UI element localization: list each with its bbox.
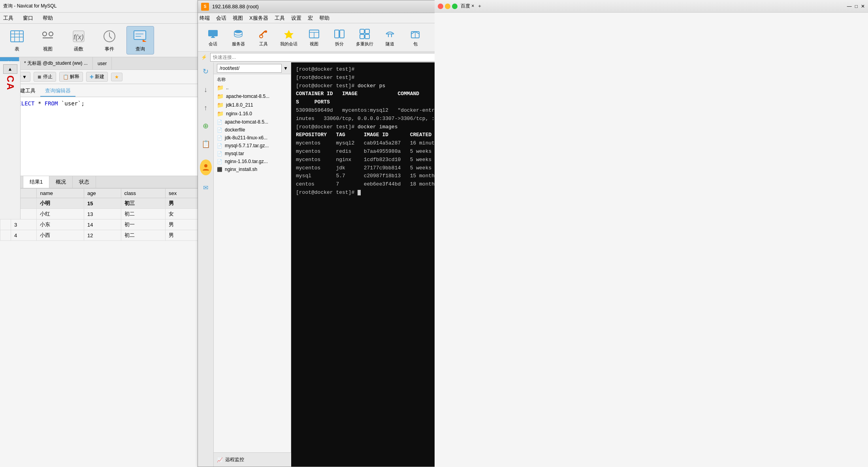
file-item-jdk[interactable]: 📁 jdk1.8.0_211	[214, 101, 291, 109]
col-header-class[interactable]: class	[121, 189, 166, 198]
table-cell-class[interactable]: 初二	[121, 230, 166, 241]
tab-user[interactable]: user	[93, 57, 112, 69]
crt-mysessions-btn[interactable]: 我的会话	[277, 26, 301, 49]
menu-tools[interactable]: 工具	[2, 14, 15, 23]
side-upload-icon[interactable]: ↑	[200, 102, 212, 114]
file-name-mysql-tar: mysql-5.7.17.tar.gz...	[225, 143, 269, 148]
file-path-input[interactable]	[217, 64, 282, 73]
crt-tools-btn[interactable]: 工具	[252, 26, 275, 49]
sql-editor[interactable]: 1 SELECT * FROM `user`;	[0, 97, 201, 176]
toolbar-function-btn[interactable]: f(x) 函数	[65, 26, 92, 54]
menu-terminal[interactable]: 终端	[200, 15, 210, 22]
crt-tunnel-label: 隧道	[386, 41, 394, 47]
menu-view[interactable]: 视图	[233, 15, 243, 22]
table-cell-age[interactable]: 15	[84, 198, 121, 209]
file-item-nginx-tar[interactable]: 📄 nginx-1.16.0.tar.gz...	[214, 158, 291, 165]
table-cell-name[interactable]: 小东	[37, 219, 84, 230]
baidu-close-btn[interactable]	[438, 4, 443, 9]
menu-xserver[interactable]: X服务器	[249, 15, 268, 22]
crt-package-btn[interactable]: 包	[403, 26, 427, 49]
side-clipboard-icon[interactable]: 📋	[200, 138, 212, 150]
minimize-win-btn[interactable]: —	[847, 4, 852, 9]
file-item-nginx[interactable]: 📁 nginx-1.16.0	[214, 109, 291, 118]
file-item-dotdot[interactable]: 📁 ..	[214, 83, 291, 92]
crt-tunnel-btn[interactable]: 隧道	[378, 26, 402, 49]
explain-btn[interactable]: 📋 解释	[59, 72, 83, 82]
side-newfile-icon[interactable]: ⊕	[200, 120, 212, 132]
close-win-btn[interactable]: ✕	[861, 4, 865, 9]
table-cell-sex[interactable]: 男	[166, 219, 201, 230]
crt-multiexec-btn[interactable]: 多重执行	[353, 26, 377, 49]
file-path-dropdown-icon[interactable]: ▼	[283, 66, 288, 71]
crt-session-label: 会话	[209, 41, 217, 47]
table-cell-class[interactable]: 初二	[121, 209, 166, 219]
table-cell-age[interactable]: 13	[84, 209, 121, 219]
crt-server-btn[interactable]: 服务器	[226, 26, 250, 49]
toolbar-table-btn[interactable]: 表	[3, 26, 31, 54]
table-cell-age[interactable]: 12	[84, 230, 121, 241]
menu-macro[interactable]: 宏	[308, 15, 313, 22]
file-item-mysql-tar[interactable]: 📄 mysql-5.7.17.tar.gz...	[214, 142, 291, 150]
row-indicator	[0, 219, 11, 230]
crt-split-btn[interactable]: 拆分	[328, 26, 351, 49]
table-cell-sex[interactable]: 女	[166, 209, 201, 219]
restore-win-btn[interactable]: □	[855, 4, 858, 9]
file-item-tomcat-file[interactable]: 📄 apache-tomcat-8.5...	[214, 118, 291, 126]
table-cell-sex[interactable]: 男	[166, 198, 201, 209]
baidu-minimize-btn[interactable]	[445, 4, 450, 9]
crt-split-label: 拆分	[335, 41, 344, 47]
table-icon	[9, 28, 25, 44]
baidu-new-tab-icon[interactable]: ＋	[477, 3, 482, 9]
menu-help[interactable]: 帮助	[41, 14, 55, 23]
side-refresh-icon[interactable]: ↻	[200, 66, 212, 77]
svg-rect-31	[365, 29, 369, 34]
menu-settings[interactable]: 设置	[291, 15, 301, 22]
table-cell-id[interactable]: 4	[11, 230, 37, 241]
result-tabs: 信息 结果1 概况 状态	[0, 176, 201, 188]
table-cell-name[interactable]: 小红	[37, 209, 84, 219]
explain-label: 解释	[70, 73, 79, 80]
file-item-nginx-sh[interactable]: ⬛ nginx_install.sh	[214, 165, 291, 173]
query-icon	[132, 28, 148, 44]
menu-session[interactable]: 会话	[216, 15, 226, 22]
toolbar-view-btn[interactable]: 视图	[34, 26, 62, 54]
stop-btn[interactable]: ⏹ 停止	[34, 72, 56, 82]
result-tab-status[interactable]: 状态	[73, 176, 96, 188]
toolbar-event-label: 事件	[105, 46, 114, 53]
result-tab-profile[interactable]: 概况	[49, 176, 73, 188]
baidu-maximize-btn[interactable]	[452, 4, 458, 9]
toolbar-query-btn[interactable]: 查询	[126, 26, 154, 54]
side-download-icon[interactable]: ↓	[200, 84, 212, 96]
subtab-query-editor[interactable]: 查询编辑器	[40, 86, 75, 97]
crt-session-btn[interactable]: 会话	[201, 26, 225, 49]
tab-query-untitled[interactable]: * 无标题 @db_student (ww) ...	[19, 57, 93, 69]
file-icon: 📄	[217, 151, 222, 156]
file-item-jdk-linux[interactable]: 📄 jdk-8u211-linux-x6...	[214, 134, 291, 142]
menu-window[interactable]: 窗口	[21, 14, 35, 23]
col-header-name[interactable]: name	[37, 189, 84, 198]
table-cell-id[interactable]: 3	[11, 219, 37, 230]
new-btn[interactable]: ✚ 新建	[86, 72, 108, 82]
file-item-dockerfile[interactable]: 📄 dockerfile	[214, 126, 291, 134]
remote-monitor-btn[interactable]: 📈 远程监控	[214, 452, 291, 467]
col-header-age[interactable]: age	[84, 189, 121, 198]
toolbar-event-btn[interactable]: 事件	[96, 26, 123, 54]
crt-view-btn[interactable]: 视图	[302, 26, 326, 49]
star-btn[interactable]: ★	[111, 73, 122, 81]
col-header-sex[interactable]: sex	[166, 189, 201, 198]
table-cell-class[interactable]: 初三	[121, 198, 166, 209]
navicat-tabbar: 对象 * 无标题 @db_student (ww) ... user	[0, 57, 201, 70]
file-item-tomcat[interactable]: 📁 apache-tomcat-8.5...	[214, 92, 291, 101]
menu-tools[interactable]: 工具	[275, 15, 285, 22]
side-send-icon[interactable]: ✉	[200, 182, 212, 193]
scroll-up-btn[interactable]: ▲	[3, 64, 17, 74]
menu-help[interactable]: 帮助	[319, 15, 330, 22]
result-tab-result1[interactable]: 结果1	[23, 176, 49, 188]
table-cell-class[interactable]: 初一	[121, 219, 166, 230]
table-cell-name[interactable]: 小明	[37, 198, 84, 209]
table-cell-name[interactable]: 小西	[37, 230, 84, 241]
folder-icon: 📁	[217, 111, 224, 117]
table-cell-age[interactable]: 14	[84, 219, 121, 230]
file-item-mysql-tar2[interactable]: 📄 mysql.tar	[214, 150, 291, 158]
table-cell-sex[interactable]: 男	[166, 230, 201, 241]
